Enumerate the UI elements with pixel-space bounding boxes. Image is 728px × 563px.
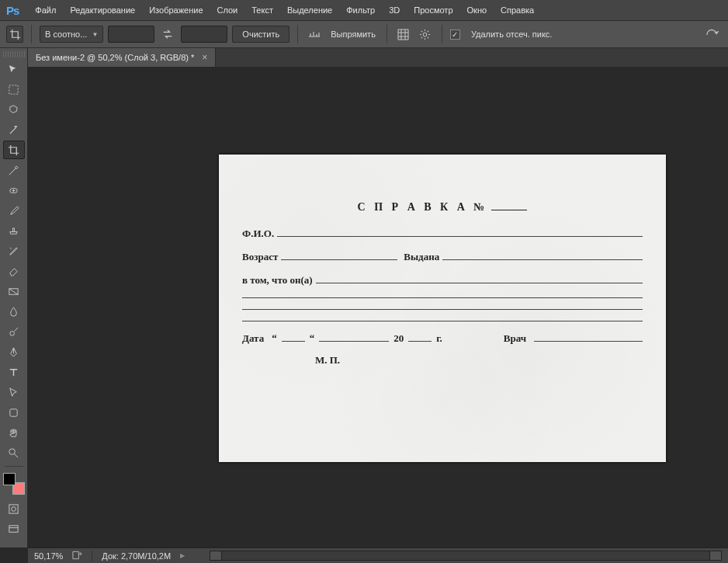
menu-window[interactable]: Окно [460,0,494,20]
crop-height-input[interactable] [181,26,227,43]
svg-rect-2 [10,188,17,193]
gradient-tool[interactable] [3,282,25,301]
svg-point-6 [9,448,16,454]
reset-icon[interactable] [702,26,722,43]
color-swatches[interactable] [3,473,25,495]
delete-pixels-checkbox[interactable]: ✓ [450,30,460,40]
issued-label: Выдана [404,251,439,263]
menu-layers[interactable]: Слои [210,0,245,20]
stamp-label: М. П. [304,354,351,367]
svg-point-8 [12,506,16,511]
quick-mask-tool[interactable] [3,499,25,518]
panel-grip[interactable] [3,51,25,57]
date-label: Дата [242,332,264,345]
zoom-tool[interactable] [3,443,25,462]
horizontal-scrollbar[interactable] [210,551,722,561]
crop-tool[interactable] [3,141,25,159]
divider [31,25,32,43]
document-canvas[interactable]: С П Р А В К А № Ф.И.О. Возраст Выдана в … [219,155,666,462]
tools-panel [0,48,28,547]
menu-text[interactable]: Текст [244,0,280,20]
eyedropper-tool[interactable] [3,161,25,179]
magic-wand-tool[interactable] [3,120,25,139]
screen-mode-tool[interactable] [3,520,25,538]
healing-brush-tool[interactable] [3,181,25,200]
aspect-ratio-label: В соотно... [45,30,87,39]
marquee-tool[interactable] [3,80,25,99]
menu-3d[interactable]: 3D [382,0,407,20]
document-tab[interactable]: Без имени-2 @ 50,2% (Слой 3, RGB/8) * × [28,48,216,67]
svg-rect-5 [10,408,17,415]
divider [442,25,442,43]
svg-rect-7 [9,504,18,513]
document-tab-strip: Без имени-2 @ 50,2% (Слой 3, RGB/8) * × [28,48,728,67]
eraser-tool[interactable] [3,262,25,280]
that-label: в том, что он(а) [242,274,313,287]
canvas-area[interactable]: С П Р А В К А № Ф.И.О. Возраст Выдана в … [28,67,728,547]
shape-tool[interactable] [3,403,25,422]
ps-logo: Ps [6,4,19,17]
options-bar: В соотно... ▼ Очистить Выпрямить ✓ Удали… [0,20,728,48]
svg-point-4 [10,331,15,335]
doc-info[interactable]: Док: 2,70M/10,2M [102,551,171,561]
clear-button[interactable]: Очистить [232,26,289,43]
move-tool[interactable] [3,60,25,78]
lasso-tool[interactable] [3,100,25,119]
svg-rect-1 [9,85,18,93]
menu-edit[interactable]: Редактирование [63,0,142,20]
menu-view[interactable]: Просмотр [407,0,459,20]
type-tool[interactable] [3,363,25,381]
blur-tool[interactable] [3,302,25,321]
svg-rect-3 [9,288,18,294]
dodge-tool[interactable] [3,322,25,341]
doctor-label: Врач [504,332,526,345]
aspect-ratio-select[interactable]: В соотно... ▼ [40,26,103,43]
straighten-label[interactable]: Выпрямить [331,30,376,39]
menu-bar: Ps Файл Редактирование Изображение Слои … [0,0,728,20]
overlay-grid-icon[interactable] [395,26,412,43]
history-brush-tool[interactable] [3,242,25,260]
svg-rect-9 [9,525,18,531]
menu-filter[interactable]: Фильтр [339,0,382,20]
crop-tool-indicator-icon[interactable] [6,26,23,43]
divider [387,25,387,43]
close-tab-icon[interactable]: × [202,52,207,63]
divider [5,466,23,467]
zoom-level[interactable]: 50,17% [34,551,63,561]
document-content: С П Р А В К А № Ф.И.О. Возраст Выдана в … [242,201,643,367]
clone-stamp-tool[interactable] [3,221,25,240]
menu-file[interactable]: Файл [28,0,63,20]
divider [297,25,298,43]
straighten-icon[interactable] [306,26,323,43]
foreground-color-swatch[interactable] [3,473,16,485]
doc-title: С П Р А В К А № [242,201,643,214]
path-selection-tool[interactable] [3,383,25,401]
svg-point-0 [424,33,428,36]
pen-tool[interactable] [3,342,25,361]
menu-image[interactable]: Изображение [142,0,210,20]
brush-tool[interactable] [3,201,25,220]
fio-label: Ф.И.О. [242,228,274,240]
delete-pixels-label: Удалить отсеч. пикс. [471,30,553,39]
status-bar: 50,17% Док: 2,70M/10,2M ▶ [28,547,728,563]
menu-help[interactable]: Справка [494,0,541,20]
document-tab-title: Без имени-2 @ 50,2% (Слой 3, RGB/8) * [36,53,194,62]
age-label: Возраст [242,251,278,263]
gear-icon[interactable] [417,26,434,43]
doc-title-text: С П Р А В К А № [358,201,488,213]
menu-select[interactable]: Выделение [280,0,339,20]
swap-dimensions-icon[interactable] [159,26,176,43]
crop-width-input[interactable] [108,26,154,43]
hand-tool[interactable] [3,423,25,442]
export-icon[interactable] [72,551,82,561]
chevron-down-icon: ▼ [92,31,98,38]
